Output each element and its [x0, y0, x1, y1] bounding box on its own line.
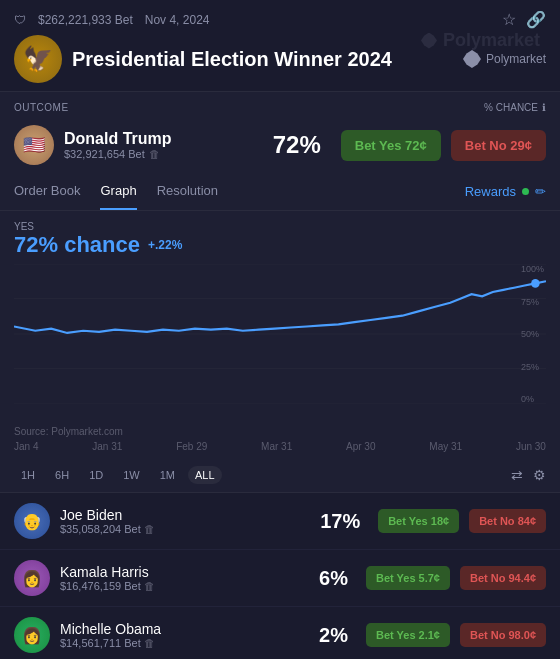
nav-tabs: Order Book Graph Resolution Rewards ✏: [0, 173, 560, 211]
trump-row: 🇺🇸 Donald Trump $32,921,654 Bet 🗑 72% Be…: [0, 119, 560, 173]
harris-bet: $16,476,159 Bet 🗑: [60, 580, 298, 592]
transfer-icon[interactable]: ⇄: [511, 467, 523, 483]
obama-name: Michelle Obama: [60, 621, 298, 637]
trash-icon[interactable]: 🗑: [149, 148, 160, 160]
harris-name: Kamala Harris: [60, 564, 298, 580]
link-icon[interactable]: 🔗: [526, 10, 546, 29]
time-actions: ⇄ ⚙: [511, 467, 546, 483]
polymarket-watermark: Polymarket: [421, 30, 540, 51]
harris-yes-button[interactable]: Bet Yes 5.7¢: [366, 566, 450, 590]
header-meta: 🛡 $262,221,933 Bet Nov 4, 2024: [14, 13, 209, 27]
trump-name: Donald Trump: [64, 130, 263, 148]
biden-info: Joe Biden $35,058,204 Bet 🗑: [60, 507, 310, 535]
trump-bet-no-button[interactable]: Bet No 29¢: [451, 130, 546, 161]
obama-chance: 2%: [308, 624, 348, 647]
polymarket-badge[interactable]: Polymarket: [463, 50, 546, 68]
logo-emoji: 🦅: [23, 45, 53, 73]
chance-text: 72% chance: [14, 232, 140, 258]
rewards-edit-icon[interactable]: ✏: [535, 184, 546, 199]
trash-icon[interactable]: 🗑: [144, 523, 155, 535]
obama-yes-button[interactable]: Bet Yes 2.1¢: [366, 623, 450, 647]
biden-avatar: 👴: [14, 503, 50, 539]
time-1d[interactable]: 1D: [82, 466, 110, 484]
trump-bet-yes-button[interactable]: Bet Yes 72¢: [341, 130, 441, 161]
outcome-label: OUTCOME: [14, 102, 241, 113]
trump-chance: 72%: [273, 131, 321, 159]
harris-info: Kamala Harris $16,476,159 Bet 🗑: [60, 564, 298, 592]
yes-change: +.22%: [148, 238, 182, 252]
chart-container: 100% 75% 50% 25% 0%: [14, 264, 546, 424]
time-1m[interactable]: 1M: [153, 466, 182, 484]
candidate-row: 👩 Michelle Obama $14,561,711 Bet 🗑 2% Be…: [0, 607, 560, 659]
chart-x-labels: Jan 4 Jan 31 Feb 29 Mar 31 Apr 30 May 31…: [14, 439, 546, 454]
bet-date: Nov 4, 2024: [145, 13, 210, 27]
candidate-row: 👩 Kamala Harris $16,476,159 Bet 🗑 6% Bet…: [0, 550, 560, 607]
tab-resolution[interactable]: Resolution: [157, 173, 218, 210]
chance-label: % CHANCE ℹ: [484, 102, 546, 113]
obama-bet: $14,561,711 Bet 🗑: [60, 637, 298, 649]
time-1h[interactable]: 1H: [14, 466, 42, 484]
harris-no-button[interactable]: Bet No 94.4¢: [460, 566, 546, 590]
biden-chance: 17%: [320, 510, 360, 533]
trump-bet: $32,921,654 Bet 🗑: [64, 148, 263, 160]
trump-avatar: 🇺🇸: [14, 125, 54, 165]
tab-graph[interactable]: Graph: [100, 173, 136, 210]
source-label: Source: Polymarket.com: [14, 424, 546, 439]
yes-chance: 72% chance +.22% Polymarket: [14, 232, 546, 258]
obama-info: Michelle Obama $14,561,711 Bet 🗑: [60, 621, 298, 649]
trash-icon[interactable]: 🗑: [144, 637, 155, 649]
tab-order-book[interactable]: Order Book: [14, 173, 80, 210]
biden-bet: $35,058,204 Bet 🗑: [60, 523, 310, 535]
obama-no-button[interactable]: Bet No 98.0¢: [460, 623, 546, 647]
outcome-row: OUTCOME % CHANCE ℹ: [0, 92, 560, 119]
rewards-label: Rewards: [465, 184, 516, 199]
obama-avatar: 👩: [14, 617, 50, 653]
header-actions: ☆ 🔗: [502, 10, 546, 29]
time-all[interactable]: ALL: [188, 466, 222, 484]
time-filters: 1H 6H 1D 1W 1M ALL ⇄ ⚙: [0, 458, 560, 493]
header-top: 🛡 $262,221,933 Bet Nov 4, 2024 ☆ 🔗: [14, 10, 546, 29]
bet-amount: $262,221,933 Bet: [38, 13, 133, 27]
polymarket-icon: [463, 50, 481, 68]
biden-no-button[interactable]: Bet No 84¢: [469, 509, 546, 533]
shield-icon: 🛡: [14, 13, 26, 27]
logo-avatar: 🦅: [14, 35, 62, 83]
harris-chance: 6%: [308, 567, 348, 590]
trash-icon[interactable]: 🗑: [144, 580, 155, 592]
star-icon[interactable]: ☆: [502, 10, 516, 29]
harris-avatar: 👩: [14, 560, 50, 596]
time-1w[interactable]: 1W: [116, 466, 147, 484]
time-6h[interactable]: 6H: [48, 466, 76, 484]
rewards-dot: [522, 188, 529, 195]
graph-section: YES 72% chance +.22% Polymarket 100% 75%…: [0, 211, 560, 458]
trump-info: Donald Trump $32,921,654 Bet 🗑: [64, 130, 263, 160]
biden-yes-button[interactable]: Bet Yes 18¢: [378, 509, 459, 533]
candidates-list: 👴 Joe Biden $35,058,204 Bet 🗑 17% Bet Ye…: [0, 493, 560, 659]
y-axis-labels: 100% 75% 50% 25% 0%: [521, 264, 546, 404]
yes-label: YES: [14, 221, 546, 232]
rewards-section[interactable]: Rewards ✏: [465, 184, 546, 199]
polymarket-label: Polymarket: [486, 52, 546, 66]
info-icon: ℹ: [542, 102, 546, 113]
settings-icon[interactable]: ⚙: [533, 467, 546, 483]
page-title: Presidential Election Winner 2024: [72, 48, 453, 71]
candidate-row: 👴 Joe Biden $35,058,204 Bet 🗑 17% Bet Ye…: [0, 493, 560, 550]
chart-svg: [14, 264, 546, 404]
biden-name: Joe Biden: [60, 507, 310, 523]
